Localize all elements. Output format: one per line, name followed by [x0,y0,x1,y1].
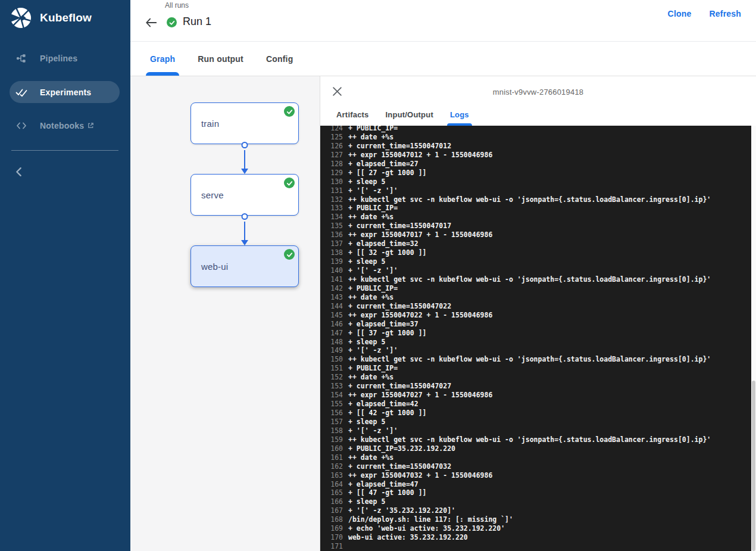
chevron-left-icon [15,167,22,177]
sidebar-item-notebooks[interactable]: Notebooks [0,114,130,136]
log-line: 138+ [[ 32 -gt 1000 ]] [320,248,751,257]
log-line: 133+ PUBLIC_IP= [320,204,751,213]
page-title: Run 1 [183,15,211,28]
log-line: 154++ expr 1550047027 + 1 - 1550046986 [320,391,751,400]
log-line: 146+ elapsed_time=37 [320,320,751,329]
log-line: 132++ kubectl get svc -n kubeflow web-ui… [320,195,751,204]
log-line: 161++ date +%s [320,453,751,462]
log-line: 136++ expr 1550047017 + 1 - 1550046986 [320,231,751,239]
log-line: 162+ current_time=1550047032 [320,462,751,471]
graph-node-web-ui[interactable]: web-ui [190,245,299,287]
log-line: 124+ PUBLIC_IP= [320,126,751,133]
pipelines-icon [15,52,27,64]
log-line: 130+ sleep 5 [320,178,751,186]
node-status-success-icon [284,249,295,260]
refresh-button[interactable]: Refresh [709,9,741,18]
tab-graph[interactable]: Graph [150,42,175,76]
log-line: 140+ '[' -z ']' [320,266,751,275]
run-tab-bar: Graph Run output Config [130,42,756,76]
breadcrumb[interactable]: All runs [165,1,189,10]
log-line: 141++ kubectl get svc -n kubeflow web-ui… [320,275,751,284]
node-label: train [201,119,219,129]
log-line: 167+ '[' -z '35.232.192.220]' [320,506,751,515]
graph-node-train[interactable]: train [190,102,299,144]
log-line: 131+ '[' -z ']' [320,186,751,195]
experiments-icon [15,86,27,98]
log-line: 150++ kubectl get svc -n kubeflow web-ui… [320,355,751,364]
log-line: 142+ PUBLIC_IP= [320,284,751,293]
log-line: 143++ date +%s [320,293,751,302]
log-line: 135+ current_time=1550047017 [320,222,751,231]
detail-panel-header: mnist-v9vvw-2766019418 Artifacts Input/O… [320,76,756,126]
log-line: 137+ elapsed_time=32 [320,239,751,248]
tab-artifacts[interactable]: Artifacts [336,103,369,126]
node-status-success-icon [284,178,295,188]
log-lines: 124+ PUBLIC_IP=125++ date +%s126+ curren… [320,126,751,551]
log-line: 125++ date +%s [320,133,751,142]
log-line: 158+ '[' -z ']' [320,427,751,435]
run-status-icon [167,17,177,27]
sidebar: Kubeflow Pipelines Experiments [0,0,130,551]
log-line: 147+ [[ 37 -gt 1000 ]] [320,329,751,338]
kubeflow-logo-icon [10,7,32,29]
sidebar-item-label: Experiments [40,88,91,97]
log-line: 152++ date +%s [320,373,751,382]
tab-input-output[interactable]: Input/Output [386,103,433,126]
edge-train-serve [244,150,245,169]
log-line: 164+ elapsed_time=47 [320,480,751,489]
node-label: web-ui [201,262,228,272]
log-scrollbar-thumb[interactable] [752,381,755,551]
log-scrollbar[interactable] [751,126,756,551]
sidebar-item-pipelines[interactable]: Pipelines [0,47,130,69]
node-label: serve [201,190,224,200]
kubeflow-brand[interactable]: Kubeflow [10,7,92,29]
back-arrow-icon [145,16,158,29]
tab-logs[interactable]: Logs [450,103,469,126]
brand-name: Kubeflow [40,11,92,24]
back-button[interactable] [145,16,158,29]
log-line: 128+ elapsed_time=27 [320,160,751,169]
log-line: 170web-ui active: 35.232.192.220 [320,533,751,542]
clone-button[interactable]: Clone [668,9,692,18]
log-line: 168/bin/deploy.sh: line 117: [: missing … [320,515,751,524]
pipeline-graph: train serve web-ui [130,76,320,551]
log-line: 165+ [[ 47 -gt 1000 ]] [320,488,751,497]
edge-serve-webui [244,222,245,241]
tab-run-output[interactable]: Run output [198,42,243,76]
log-line: 149+ '[' -z ']' [320,346,751,355]
log-line: 166+ sleep 5 [320,497,751,506]
log-line: 139+ sleep 5 [320,257,751,266]
edge-arrowhead-icon [241,169,248,174]
log-line: 126+ current_time=1550047012 [320,142,751,151]
log-line: 129+ [[ 27 -gt 1000 ]] [320,169,751,178]
node-detail-panel: mnist-v9vvw-2766019418 Artifacts Input/O… [320,76,756,551]
log-line: 156+ [[ 42 -gt 1000 ]] [320,409,751,418]
node-status-success-icon [284,106,295,117]
external-link-icon [88,122,94,129]
log-line: 153+ current_time=1550047027 [320,382,751,391]
log-viewer[interactable]: 124+ PUBLIC_IP=125++ date +%s126+ curren… [320,126,751,551]
sidebar-collapse-button[interactable] [15,167,26,178]
sidebar-item-experiments[interactable]: Experiments [10,81,120,103]
log-line: 144+ current_time=1550047022 [320,302,751,311]
node-output-port [242,213,248,220]
header-actions: Clone Refresh [668,9,741,18]
log-line: 145++ expr 1550047022 + 1 - 1550046986 [320,311,751,320]
node-output-port [242,142,248,148]
sidebar-divider [11,150,118,151]
pod-name-title: mnist-v9vvw-2766019418 [320,88,756,96]
run-header: All runs Run 1 Clone Refresh [130,0,756,42]
sidebar-item-label: Notebooks [40,121,84,130]
log-line: 171 [320,542,751,551]
edge-arrowhead-icon [241,240,248,245]
tab-config[interactable]: Config [266,42,293,76]
log-line: 148+ sleep 5 [320,338,751,347]
log-line: 157+ sleep 5 [320,418,751,427]
log-line: 155+ elapsed_time=42 [320,400,751,409]
graph-node-serve[interactable]: serve [190,174,299,216]
log-line: 163++ expr 1550047032 + 1 - 1550046986 [320,471,751,480]
log-line: 127++ expr 1550047012 + 1 - 1550046986 [320,151,751,160]
log-line: 169+ echo 'web-ui active: 35.232.192.220… [320,524,751,533]
notebooks-icon [15,120,27,132]
log-line: 151+ PUBLIC_IP= [320,364,751,373]
